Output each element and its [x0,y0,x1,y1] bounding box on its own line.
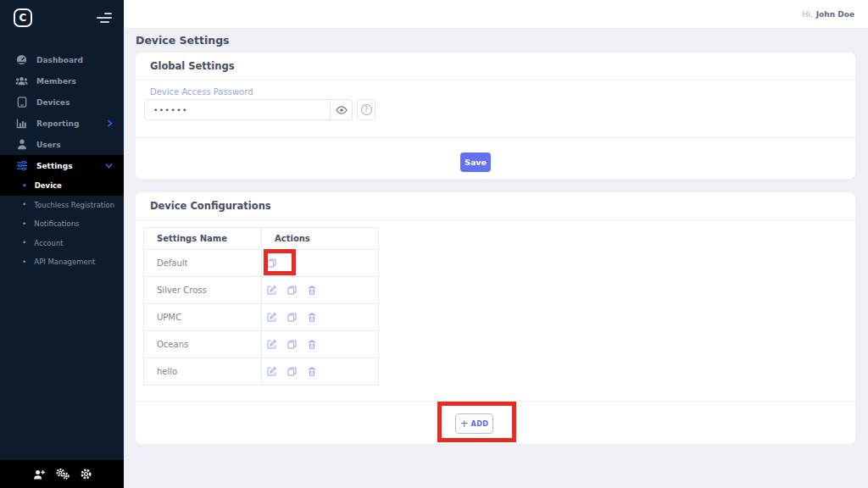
settings-sliders-icon [15,160,28,171]
sidebar-subitem-account[interactable]: • Account [0,234,124,253]
table-row-oceans: Oceans [144,331,379,358]
global-settings-card: Global Settings Device Access Password ?… [136,53,855,179]
sidebar-item-users[interactable]: Users [0,134,124,155]
bullet-icon: • [22,239,26,247]
sidebar: C Dashboard Members Devices Reporting [0,0,124,488]
plus-icon: + [459,419,468,429]
settings-name-cell: Default [144,250,262,277]
gear-icon[interactable] [81,469,92,480]
sidebar-subitem-device[interactable]: • Device [0,176,124,196]
delete-icon[interactable] [308,367,316,376]
sidebar-subitem-label: Account [34,239,63,247]
edit-icon[interactable] [267,367,276,376]
sidebar-item-devices[interactable]: Devices [0,92,124,113]
reporting-icon [15,118,28,129]
table-row-upmc: UPMC [144,304,379,331]
delete-icon[interactable] [308,313,316,322]
settings-name-cell: Silver Cross [144,277,262,304]
bullet-icon: • [22,201,26,208]
table-row-silver-cross: Silver Cross [144,277,379,304]
dashboard-icon [15,54,28,65]
copy-icon[interactable] [287,313,297,322]
delete-icon[interactable] [308,340,316,349]
bullet-icon: • [22,182,27,190]
add-button-label: ADD [471,420,489,428]
sidebar-menu: Dashboard Members Devices Reporting [0,49,124,272]
members-icon [15,75,28,86]
sidebar-item-reporting[interactable]: Reporting [0,113,124,134]
device-configurations-card: Device Configurations Settings Name Acti… [136,192,855,444]
delete-icon[interactable] [308,286,316,295]
copy-icon[interactable] [287,340,297,349]
sidebar-subitem-api-management[interactable]: • API Management [0,252,124,272]
column-header-actions: Actions [262,228,379,250]
eye-icon [336,106,348,114]
sidebar-item-label: Reporting [36,119,79,128]
password-label: Device Access Password [150,87,253,97]
chevron-right-icon [107,119,113,127]
card-title: Device Configurations [136,192,855,220]
bullet-icon: • [22,258,26,266]
sidebar-item-members[interactable]: Members [0,70,124,92]
card-title: Global Settings [136,53,855,80]
password-help-button[interactable]: ? [357,99,376,120]
sidebar-subitem-label: API Management [34,258,95,266]
page-title: Device Settings [136,34,230,47]
toggle-password-visibility-button[interactable] [330,99,353,120]
copy-icon[interactable] [287,367,297,376]
copy-icon[interactable] [287,286,297,295]
table-row-default: Default [144,250,379,277]
users-icon [15,139,28,150]
sidebar-subitem-label: Device [35,181,62,190]
sidebar-item-label: Dashboard [36,56,83,64]
sidebar-subitem-touchless-registration[interactable]: • Touchless Registration [0,196,124,215]
edit-icon[interactable] [267,340,276,349]
sidebar-item-label: Members [36,77,76,86]
password-input-group: ? [144,99,376,120]
sidebar-item-label: Settings [36,162,72,170]
cogs-icon[interactable] [56,469,70,480]
chevron-down-icon [105,163,113,169]
settings-name-cell: Oceans [144,331,262,358]
table-header-row: Settings Name Actions [144,228,379,250]
question-icon: ? [361,104,372,115]
user-menu[interactable]: Hi, John Doe [803,0,854,28]
bullet-icon: • [22,220,26,228]
card-footer: Save [136,137,855,179]
edit-icon[interactable] [267,286,276,295]
sidebar-item-label: Users [36,141,61,149]
copy-icon[interactable] [267,258,276,268]
user-name: John Doe [816,10,854,19]
menu-toggle-icon[interactable] [97,13,112,25]
table-row-hello: hello [144,358,379,385]
sidebar-item-dashboard[interactable]: Dashboard [0,49,124,70]
add-button[interactable]: + ADD [455,413,493,434]
sidebar-subitem-label: Touchless Registration [34,201,114,209]
sidebar-subitem-notifications[interactable]: • Notifications [0,214,124,234]
sidebar-subitem-label: Notifications [34,219,79,228]
save-button[interactable]: Save [460,152,491,172]
settings-name-cell: hello [144,358,262,385]
greeting-text: Hi, [803,10,813,19]
logo-letter: C [19,12,27,24]
sidebar-item-label: Devices [36,98,70,107]
app-logo: C [14,8,32,27]
sidebar-item-settings[interactable]: Settings [0,155,124,176]
device-access-password-input[interactable] [144,99,331,120]
column-header-settings-name: Settings Name [144,228,262,250]
top-bar: Hi, John Doe [124,0,868,28]
devices-icon [15,97,28,108]
settings-submenu: • Device • Touchless Registration • Noti… [0,176,124,272]
user-plus-icon[interactable] [33,469,45,480]
settings-name-cell: UPMC [144,304,262,331]
sidebar-footer [0,460,124,488]
card-footer: + ADD [136,401,855,444]
edit-icon[interactable] [267,313,276,322]
device-configurations-table: Settings Name Actions Default Silver Cro… [143,227,379,385]
